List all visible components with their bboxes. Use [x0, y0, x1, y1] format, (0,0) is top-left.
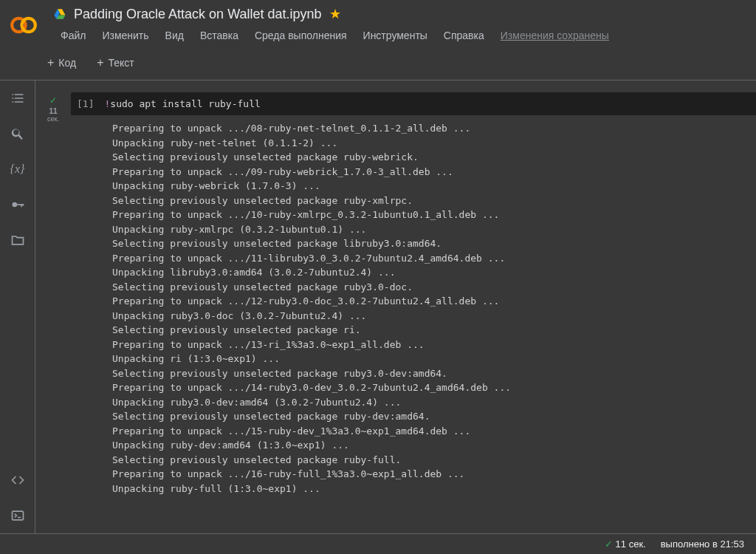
secrets-icon[interactable] [9, 196, 27, 213]
add-code-button[interactable]: + Код [40, 52, 83, 74]
svg-rect-5 [22, 204, 24, 206]
status-bar: ✓11 сек. выполнено в 21:53 [0, 533, 756, 554]
variables-icon[interactable]: {x} [9, 160, 27, 178]
code-text: !sudo apt install ruby-full [104, 98, 260, 109]
add-code-label: Код [58, 57, 76, 69]
main-area: {x} ✓ 11 сек. [1] !sudo apt install ruby… [0, 80, 756, 533]
menu-runtime[interactable]: Среда выполнения [247, 25, 354, 46]
cell-number: [1] [71, 98, 104, 109]
cell-gutter: ✓ 11 сек. [35, 92, 71, 496]
plus-icon: + [97, 56, 103, 69]
toolbar: + Код + Текст [35, 46, 756, 80]
cell-output: Preparing to unpack .../08-ruby-net-teln… [71, 115, 756, 496]
notebook-title[interactable]: Padding Oracle Attack on Wallet dat.ipyn… [74, 7, 322, 22]
left-sidebar: {x} [0, 81, 35, 533]
title-row: Padding Oracle Attack on Wallet dat.ipyn… [53, 6, 747, 22]
code-input[interactable]: [1] !sudo apt install ruby-full [71, 92, 756, 115]
menu-bar: Файл Изменить Вид Вставка Среда выполнен… [53, 25, 747, 46]
svg-rect-4 [21, 204, 22, 207]
menu-insert[interactable]: Вставка [193, 25, 246, 46]
code-cell: ✓ 11 сек. [1] !sudo apt install ruby-ful… [35, 92, 756, 496]
add-text-button[interactable]: + Текст [89, 52, 142, 74]
top-bar: Padding Oracle Attack on Wallet dat.ipyn… [0, 0, 756, 46]
menu-file[interactable]: Файл [53, 25, 93, 46]
menu-help[interactable]: Справка [436, 25, 492, 46]
terminal-icon[interactable] [9, 507, 27, 524]
exec-unit: сек. [47, 115, 59, 123]
svg-rect-3 [16, 204, 23, 205]
colab-logo-icon[interactable] [9, 10, 38, 40]
code-snippets-icon[interactable] [9, 471, 27, 489]
cell-body: [1] !sudo apt install ruby-full Preparin… [71, 92, 756, 496]
notebook-content[interactable]: ✓ 11 сек. [1] !sudo apt install ruby-ful… [35, 81, 756, 533]
star-icon[interactable]: ★ [329, 6, 341, 22]
add-text-label: Текст [109, 57, 134, 69]
check-icon: ✓ [49, 95, 57, 106]
plus-icon: + [47, 56, 54, 69]
svg-rect-6 [12, 511, 23, 520]
menu-edit[interactable]: Изменить [94, 25, 156, 46]
menu-tools[interactable]: Инструменты [356, 25, 435, 46]
header-content: Padding Oracle Attack on Wallet dat.ipyn… [53, 6, 747, 46]
status-time: ✓11 сек. [605, 538, 646, 550]
toc-icon[interactable] [9, 89, 27, 107]
status-check-icon: ✓ [605, 538, 613, 550]
search-icon[interactable] [9, 125, 27, 143]
svg-point-1 [22, 18, 35, 32]
menu-view[interactable]: Вид [158, 25, 191, 46]
drive-icon [53, 7, 66, 21]
files-icon[interactable] [9, 231, 27, 249]
exec-time: 11 [49, 107, 57, 115]
save-status[interactable]: Изменения сохранены [493, 25, 616, 46]
status-completed: выполнено в 21:53 [661, 538, 744, 550]
